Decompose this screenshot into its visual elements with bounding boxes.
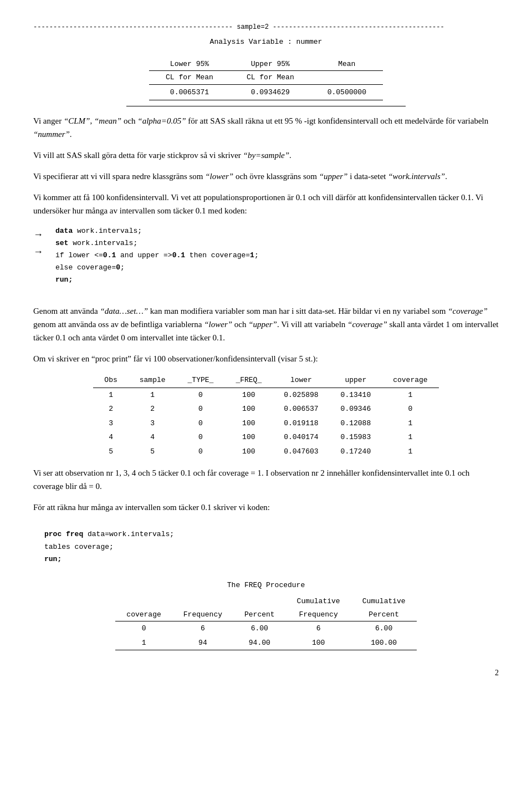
freq-coverage-1: 1 (115, 636, 172, 650)
code-block-2: proc freq data=work.intervals; tables co… (33, 522, 499, 572)
table-row: 2 2 0 100 0.006537 0.09346 0 (93, 402, 438, 416)
col-obs: Obs (93, 373, 128, 388)
stats-table: Lower 95% Upper 95% Mean CL for Mean CL … (149, 58, 383, 101)
cell-upper: 0.12088 (330, 416, 382, 431)
cell-type: 0 (177, 388, 225, 402)
col-upper95-sub: CL for Mean (230, 71, 311, 85)
code-line-run: run; (44, 553, 488, 565)
cell-upper: 0.15983 (330, 430, 382, 445)
freq-col-cumfreq-label: Frequency (286, 608, 351, 621)
code-line-proc: proc freq data=work.intervals; (44, 528, 488, 541)
cell-upper: 0.17240 (330, 445, 382, 459)
freq-col-percent-label: Percent (233, 608, 286, 621)
paragraph-5: Genom att använda “data…set…” kan man mo… (33, 304, 499, 344)
divider1 (126, 106, 406, 106)
freq-frequency-1: 94 (172, 636, 233, 650)
cell-lower: 0.006537 (273, 402, 329, 416)
cell-coverage: 1 (382, 388, 438, 402)
cell-sample: 2 (129, 402, 177, 416)
code-line-5: run; (55, 274, 259, 286)
code-line-3: if lower <=0.1 and upper =>0.1 then cove… (55, 249, 259, 262)
col-upper95-header: Upper 95% (230, 58, 311, 71)
freq-cumfreq-0: 6 (286, 621, 351, 636)
col-sample: sample (129, 373, 177, 388)
cell-coverage: 1 (382, 416, 438, 431)
stat-upper: 0.0934629 (230, 84, 311, 100)
paragraph-1: Vi anger “CLM”, “mean” och “alpha=0.05” … (33, 114, 499, 141)
freq-col-cumpct-label: Percent (351, 608, 417, 621)
freq-row-1: 1 94 94.00 100 100.00 (115, 636, 416, 650)
cell-lower: 0.047603 (273, 445, 329, 459)
freq-frequency-0: 6 (172, 621, 233, 636)
paragraph-8: För att räkna hur många av intervallen s… (33, 501, 499, 514)
cell-type: 0 (177, 445, 225, 459)
cell-sample: 4 (129, 430, 177, 445)
freq-col-frequency-blank (172, 595, 233, 608)
freq-proc-title: The FREQ Procedure (33, 580, 499, 591)
cell-obs: 5 (93, 445, 128, 459)
cell-obs: 1 (93, 388, 128, 402)
freq-col-cumpct-header: Cumulative (351, 595, 417, 608)
freq-col-coverage-blank (115, 595, 172, 608)
paragraph-2: Vi vill att SAS skall göra detta för var… (33, 149, 499, 162)
code-block-1: → → data work.intervals; set work.interv… (33, 225, 499, 297)
paragraph-6: Om vi skriver en “proc print” får vi 100… (33, 352, 499, 365)
cell-type: 0 (177, 402, 225, 416)
data-table: Obs sample _TYPE_ _FREQ_ lower upper cov… (93, 373, 438, 458)
cell-coverage: 1 (382, 445, 438, 459)
code-line-2: set work.intervals; (55, 237, 259, 249)
cell-coverage: 1 (382, 430, 438, 445)
cell-obs: 3 (93, 416, 128, 431)
no-arrow-5 (33, 284, 55, 297)
table-row: 1 1 0 100 0.025898 0.13410 1 (93, 388, 438, 402)
freq-coverage-0: 0 (115, 621, 172, 636)
paragraph-7: Vi ser att observation nr 1, 3, 4 och 5 … (33, 466, 499, 493)
paragraph-4: Vi kommer att få 100 konfidensintervall.… (33, 191, 499, 217)
col-type: _TYPE_ (177, 373, 225, 388)
code-line-tables: tables coverage; (44, 541, 488, 553)
freq-percent-1: 94.00 (233, 636, 286, 650)
cell-sample: 1 (129, 388, 177, 402)
cell-freq: 100 (224, 445, 273, 459)
cell-upper: 0.09346 (330, 402, 382, 416)
freq-row-0: 0 6 6.00 6 6.00 (115, 621, 416, 636)
cell-coverage: 0 (382, 402, 438, 416)
cell-upper: 0.13410 (330, 388, 382, 402)
cell-lower: 0.019118 (273, 416, 329, 431)
analysis-header: Analysis Variable : nummer (33, 37, 499, 48)
code-lines-1: data work.intervals; set work.intervals;… (55, 225, 259, 286)
col-mean-sub (311, 71, 383, 85)
freq-cumfreq-1: 100 (286, 636, 351, 650)
arrow-indicators: → → (33, 225, 55, 297)
freq-percent-0: 6.00 (233, 621, 286, 636)
col-mean-header: Mean (311, 58, 383, 71)
cell-freq: 100 (224, 402, 273, 416)
table-row: 4 4 0 100 0.040174 0.15983 1 (93, 430, 438, 445)
table-row: 3 3 0 100 0.019118 0.12088 1 (93, 416, 438, 431)
freq-table: Cumulative Cumulative coverage Frequency… (115, 595, 416, 650)
col-lower95-sub: CL for Mean (149, 71, 230, 85)
freq-col-cumfreq-header: Cumulative (286, 595, 351, 608)
cell-freq: 100 (224, 416, 273, 431)
freq-cumpct-0: 6.00 (351, 621, 417, 636)
freq-col-frequency-label: Frequency (172, 608, 233, 621)
stat-mean: 0.0500000 (311, 84, 383, 100)
stat-lower: 0.0065371 (149, 84, 230, 100)
col-freq: _FREQ_ (224, 373, 273, 388)
cell-obs: 2 (93, 402, 128, 416)
freq-col-coverage-label: coverage (115, 608, 172, 621)
paragraph-3: Vi specifierar att vi vill spara nedre k… (33, 170, 499, 183)
cell-type: 0 (177, 430, 225, 445)
page-number: 2 (33, 667, 499, 679)
arrow-1: → (33, 226, 55, 243)
cell-type: 0 (177, 416, 225, 431)
cell-freq: 100 (224, 430, 273, 445)
table-row: 5 5 0 100 0.047603 0.17240 1 (93, 445, 438, 459)
code-line-1: data work.intervals; (55, 225, 259, 237)
cell-obs: 4 (93, 430, 128, 445)
code-line-4: else coverage=0; (55, 262, 259, 274)
freq-cumpct-1: 100.00 (351, 636, 417, 650)
cell-lower: 0.025898 (273, 388, 329, 402)
cell-sample: 3 (129, 416, 177, 431)
no-arrow-3 (33, 260, 55, 272)
